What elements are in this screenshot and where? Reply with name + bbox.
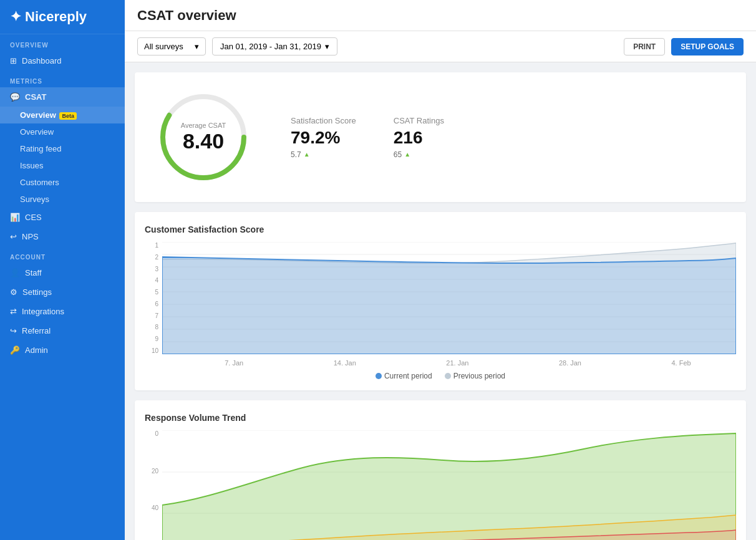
sidebar-item-referral[interactable]: ↪ Referral (0, 321, 125, 340)
arrow-up-icon: ▲ (304, 151, 310, 158)
sidebar-item-ces[interactable]: 📊 CES (0, 208, 125, 227)
section-account: ACCOUNT (0, 246, 125, 263)
x-axis: 7. Jan14. Jan21. Jan28. Jan4. Feb (162, 359, 736, 367)
sidebar-item-staff[interactable]: 👤 Staff (0, 263, 125, 282)
integrations-icon: ⇄ (10, 307, 17, 316)
csat-icon: 💬 (10, 92, 20, 102)
response-volume-svg (162, 430, 736, 540)
satisfaction-score-block: Satisfaction Score 79.2% 5.7 ▲ (291, 116, 356, 159)
section-overview: OVERVIEW (0, 34, 125, 51)
main-content: CSAT overview All surveys ▾ Jan 01, 2019… (125, 0, 756, 540)
csat-ratings-label: CSAT Ratings (394, 116, 444, 125)
brand-name: Nicereply (25, 9, 87, 25)
csat-score-chart-area: 10987654321 (145, 242, 736, 367)
chart1-legend: Current period Previous period (145, 372, 736, 380)
response-volume-chart-title: Response Volume Trend (145, 413, 736, 423)
sidebar-sub-overview[interactable]: Overview (0, 123, 125, 140)
csat-score-chart-card: Customer Satisfaction Score 10987654321 (135, 212, 746, 390)
gauge-label: Average CSAT (181, 122, 226, 129)
current-period-dot (376, 373, 382, 379)
setup-goals-button[interactable]: SETUP GOALS (671, 38, 744, 55)
sidebar: ✦ Nicereply OVERVIEW ⊞ Dashboard METRICS… (0, 0, 125, 540)
y-axis-2: 6040200 (145, 430, 158, 540)
sidebar-sub-customers[interactable]: Customers (0, 174, 125, 191)
top-bar: CSAT overview (125, 0, 756, 31)
chevron-down-icon: ▾ (195, 42, 199, 51)
satisfaction-score-value: 79.2% (291, 128, 356, 148)
sidebar-item-integrations[interactable]: ⇄ Integrations (0, 302, 125, 321)
response-volume-chart-area: 6040200 7. Jan14. Jan21. Jan28 (145, 430, 736, 540)
logo-icon: ✦ (10, 9, 21, 25)
sidebar-item-nps[interactable]: ↩ NPS (0, 227, 125, 246)
response-volume-chart-card: Response Volume Trend 6040200 (135, 400, 746, 540)
y-axis: 10987654321 (145, 242, 158, 354)
gauge-center: Average CSAT 8.40 (181, 122, 226, 153)
brand-logo: ✦ Nicereply (0, 0, 125, 34)
arrow-up-icon: ▲ (404, 151, 410, 158)
csat-ratings-value: 216 (394, 128, 444, 148)
sidebar-item-csat[interactable]: 💬 CSAT (0, 87, 125, 107)
csat-score-chart-title: Customer Satisfaction Score (145, 224, 736, 234)
nps-icon: ↩ (10, 232, 17, 241)
csat-delta: 65 ▲ (394, 150, 444, 159)
dashboard-icon: ⊞ (10, 56, 17, 65)
survey-filter-dropdown[interactable]: All surveys ▾ (137, 37, 206, 55)
sidebar-sub-overview-beta[interactable]: Overview Beta (0, 107, 125, 123)
ces-icon: 📊 (10, 213, 20, 222)
admin-icon: 🔑 (10, 345, 20, 355)
referral-icon: ↪ (10, 326, 17, 335)
toolbar: All surveys ▾ Jan 01, 2019 - Jan 31, 201… (125, 31, 756, 62)
section-metrics: METRICS (0, 70, 125, 87)
satisfaction-delta: 5.7 ▲ (291, 150, 356, 159)
print-button[interactable]: PRINT (624, 38, 665, 55)
gauge-chart: Average CSAT 8.40 (153, 87, 253, 187)
chevron-down-icon: ▾ (325, 42, 329, 51)
legend-previous: Previous period (445, 372, 505, 380)
sidebar-item-admin[interactable]: 🔑 Admin (0, 340, 125, 360)
sidebar-sub-rating-feed[interactable]: Rating feed (0, 140, 125, 157)
gauge-value: 8.40 (183, 129, 224, 153)
sidebar-item-settings[interactable]: ⚙ Settings (0, 282, 125, 302)
previous-period-dot (445, 373, 451, 379)
csat-ratings-block: CSAT Ratings 216 65 ▲ (394, 116, 444, 159)
legend-current: Current period (376, 372, 432, 380)
stats-card: Average CSAT 8.40 Satisfaction Score 79.… (135, 72, 746, 202)
csat-score-svg (162, 242, 736, 354)
settings-icon: ⚙ (10, 287, 17, 297)
sidebar-sub-issues[interactable]: Issues (0, 157, 125, 174)
date-range-picker[interactable]: Jan 01, 2019 - Jan 31, 2019 ▾ (212, 37, 337, 55)
sidebar-sub-surveys[interactable]: Surveys (0, 191, 125, 208)
sidebar-item-dashboard[interactable]: ⊞ Dashboard (0, 51, 125, 70)
content-area: Average CSAT 8.40 Satisfaction Score 79.… (125, 62, 756, 540)
staff-icon: 👤 (10, 268, 20, 277)
satisfaction-score-label: Satisfaction Score (291, 116, 356, 125)
page-title: CSAT overview (137, 7, 236, 24)
beta-badge: Beta (59, 112, 77, 120)
